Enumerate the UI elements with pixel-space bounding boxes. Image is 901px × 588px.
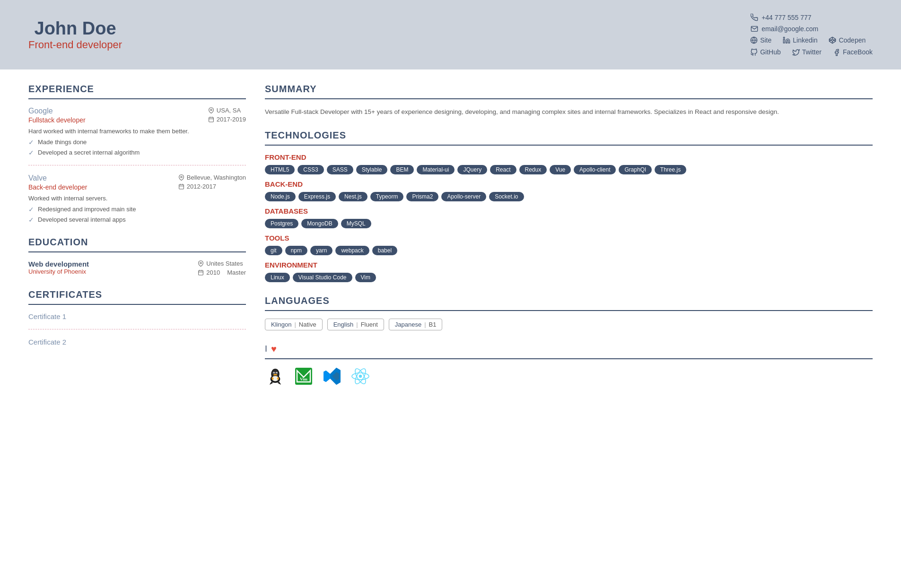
edu-left: Web development University of Phoenix xyxy=(28,260,89,275)
links-row-2: GitHub Twitter FaceBook xyxy=(750,48,873,56)
tech-category-backend: BACK-END xyxy=(265,180,873,188)
exp-years-google: 2017-2019 xyxy=(208,116,246,123)
tech-databases: DATABASES Postgres MongoDB MySQL xyxy=(265,207,873,228)
exp-desc-google: Hard worked with internal frameworks to … xyxy=(28,128,246,135)
twitter-link[interactable]: Twitter xyxy=(792,48,822,56)
love-section: I ♥ xyxy=(265,344,873,387)
edu-location: Unites States xyxy=(198,260,243,267)
tech-environment: ENVIRONMENT Linux Visual Studio Code Vim xyxy=(265,261,873,282)
vscode-icon xyxy=(322,366,342,387)
tech-backend: BACK-END Node.js Express.js Nest.js Type… xyxy=(265,180,873,201)
edu-degree: Web development xyxy=(28,260,89,268)
check-icon: ✓ xyxy=(28,138,34,146)
tech-tools: TOOLS git npm yarn webpack babel xyxy=(265,234,873,255)
header-name-section: John Doe Front-end developer xyxy=(28,18,122,51)
exp-company-google: Google xyxy=(28,107,86,115)
tag: Prisma2 xyxy=(406,192,438,201)
tag: git xyxy=(265,246,282,255)
codepen-label: Codepen xyxy=(839,36,866,44)
edu-year: 2010 Master xyxy=(198,269,246,276)
experience-entry-valve: Valve Back-end developer Bellevue, Washi… xyxy=(28,174,246,224)
vim-icon: Vim xyxy=(293,366,314,387)
exp-header-google: Google Fullstack developer USA, SA 2017-… xyxy=(28,107,246,124)
tag: Nest.js xyxy=(339,192,367,201)
email-icon xyxy=(750,25,759,33)
tag: GraphQl xyxy=(619,165,651,174)
tag: Redux xyxy=(519,165,547,174)
github-link[interactable]: GitHub xyxy=(750,48,781,56)
tag: Socket.io xyxy=(489,192,524,201)
summary-text: Versatile Full-stack Developer with 15+ … xyxy=(265,107,873,117)
tag: Typeorm xyxy=(370,192,404,201)
svg-point-36 xyxy=(359,375,362,378)
tech-category-tools: TOOLS xyxy=(265,234,873,242)
summary-title: SUMMARY xyxy=(265,84,873,99)
facebook-label: FaceBook xyxy=(843,48,873,56)
tag: Stylable xyxy=(356,165,388,174)
tech-tags-frontend: HTML5 CSS3 SASS Stylable BEM Material-ui… xyxy=(265,165,873,174)
svg-rect-2 xyxy=(784,39,785,43)
summary-section: SUMMARY Versatile Full-stack Developer w… xyxy=(265,84,873,117)
exp-location-google: USA, SA xyxy=(208,107,241,114)
linux-icon xyxy=(265,366,286,387)
linkedin-icon xyxy=(783,36,790,44)
exp-desc-valve: Worked with internal servers. xyxy=(28,195,246,202)
education-section: EDUCATION Web development University of … xyxy=(28,237,246,276)
love-title: I ♥ xyxy=(265,344,873,359)
codepen-link[interactable]: Codepen xyxy=(829,36,866,44)
codepen-icon xyxy=(829,36,836,44)
main-content: EXPERIENCE Google Fullstack developer US… xyxy=(0,69,901,401)
tag: yarn xyxy=(310,246,332,255)
phone-text: +44 777 555 777 xyxy=(761,14,812,21)
technologies-section: TECHNOLOGIES FRONT-END HTML5 CSS3 SASS S… xyxy=(265,130,873,282)
cert-item-1: Certificate 1 xyxy=(28,312,246,320)
check-icon: ✓ xyxy=(28,149,34,156)
certificates-section: CERTIFICATES Certificate 1 Certificate 2 xyxy=(28,289,246,346)
svg-point-6 xyxy=(210,109,212,110)
links-row-1: Site Linkedin Codepen xyxy=(750,36,873,44)
tag: Apollo-client xyxy=(574,165,616,174)
tag: MySQL xyxy=(341,219,371,228)
lang-klingon: Klingon | Native xyxy=(265,319,323,330)
globe-icon xyxy=(750,36,758,44)
languages-title: LANGUAGES xyxy=(265,295,873,311)
technologies-title: TECHNOLOGIES xyxy=(265,130,873,146)
tag: Three.js xyxy=(655,165,686,174)
experience-divider xyxy=(28,165,246,165)
experience-entry-google: Google Fullstack developer USA, SA 2017-… xyxy=(28,107,246,156)
linkedin-link[interactable]: Linkedin xyxy=(783,36,817,44)
facebook-link[interactable]: FaceBook xyxy=(833,48,873,56)
svg-point-25 xyxy=(273,372,274,373)
github-label: GitHub xyxy=(760,48,781,56)
tag: SASS xyxy=(327,165,353,174)
facebook-icon xyxy=(833,48,840,56)
tag: Express.js xyxy=(298,192,336,201)
tech-category-environment: ENVIRONMENT xyxy=(265,261,873,269)
exp-left-google: Google Fullstack developer xyxy=(28,107,86,124)
exp-meta-google: USA, SA 2017-2019 xyxy=(208,107,246,123)
tag: Linux xyxy=(265,273,290,282)
twitter-icon xyxy=(792,48,800,56)
exp-company-valve: Valve xyxy=(28,174,87,182)
exp-location-valve: Bellevue, Washington xyxy=(178,174,246,181)
svg-point-16 xyxy=(200,262,201,263)
tag: JQuery xyxy=(457,165,487,174)
tag: Visual Studio Code xyxy=(293,273,352,282)
right-column: SUMMARY Versatile Full-stack Developer w… xyxy=(265,84,873,387)
exp-years-valve: 2012-2017 xyxy=(178,183,216,190)
tech-category-databases: DATABASES xyxy=(265,207,873,215)
phone-icon xyxy=(750,13,759,22)
tag: babel xyxy=(372,246,397,255)
languages-section: LANGUAGES Klingon | Native English | Flu… xyxy=(265,295,873,330)
tech-tags-environment: Linux Visual Studio Code Vim xyxy=(265,273,873,282)
exp-meta-valve: Bellevue, Washington 2012-2017 xyxy=(178,174,246,190)
phone-row: +44 777 555 777 xyxy=(750,13,873,22)
tag: Node.js xyxy=(265,192,296,201)
heart-icon: ♥ xyxy=(271,344,277,355)
tech-frontend: FRONT-END HTML5 CSS3 SASS Stylable BEM M… xyxy=(265,153,873,174)
tech-tags-databases: Postgres MongoDB MySQL xyxy=(265,219,873,228)
site-link[interactable]: Site xyxy=(750,36,771,44)
edu-school: University of Phoenix xyxy=(28,268,89,275)
tag: Material-ui xyxy=(417,165,455,174)
edu-meta: Unites States 2010 Master xyxy=(198,260,246,276)
